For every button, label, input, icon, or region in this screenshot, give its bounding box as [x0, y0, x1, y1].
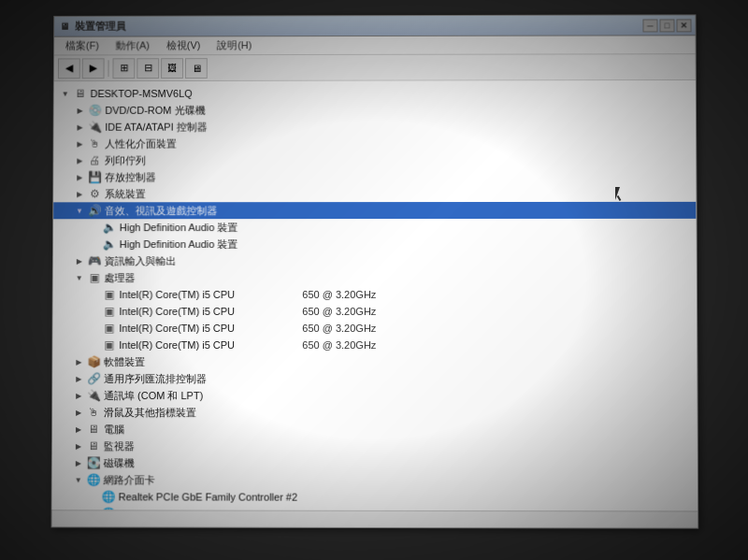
- expand-placeholder: [86, 489, 101, 504]
- expand-icon[interactable]: ▼: [58, 86, 73, 101]
- node-icon-netcard: 🌐: [86, 472, 101, 487]
- node-label-storage: 存放控制器: [105, 170, 156, 184]
- expand-placeholder: [87, 220, 102, 235]
- menu-action[interactable]: 動作(A): [108, 36, 157, 54]
- tree-node-cpu3[interactable]: ▣Intel(R) Core(TM) i5 CPU 650 @ 3.20GHz: [53, 320, 698, 337]
- expand-icon[interactable]: ▶: [71, 422, 86, 437]
- node-icon-serial: 🔗: [86, 371, 101, 386]
- expand-icon[interactable]: ▼: [72, 203, 87, 218]
- tree-node-com[interactable]: ▶🔌通訊埠 (COM 和 LPT): [52, 387, 697, 405]
- tree-node-software[interactable]: ▶📦軟體裝置: [52, 353, 697, 370]
- tree-node-serial[interactable]: ▶🔗通用序列匯流排控制器: [52, 370, 697, 388]
- node-label-netcard: 網路介面卡: [104, 473, 155, 487]
- tree-node-root[interactable]: ▼🖥DESKTOP-MSMV6LQ: [54, 84, 696, 102]
- node-label-cpu2: Intel(R) Core(TM) i5 CPU: [119, 306, 235, 317]
- device-tree[interactable]: ▼🖥DESKTOP-MSMV6LQ▶💿DVD/CD-ROM 光碟機▶🔌IDE A…: [52, 80, 698, 510]
- node-label-monitor: 監視器: [104, 439, 135, 453]
- node-label-cpu4: Intel(R) Core(TM) i5 CPU: [119, 339, 235, 351]
- node-icon-proc: ▣: [87, 270, 102, 285]
- node-label-ide: IDE ATA/ATAPI 控制器: [105, 120, 207, 134]
- expand-icon[interactable]: ▶: [72, 253, 87, 268]
- tree-node-audio-ctrl[interactable]: ▼🔊音效、視訊及遊戲控制器: [53, 202, 696, 219]
- tree-node-ide[interactable]: ▶🔌IDE ATA/ATAPI 控制器: [54, 118, 696, 136]
- toolbar: ◀ ▶ ⊞ ⊟ 🖼 🖥: [54, 54, 696, 81]
- expand-placeholder: [86, 321, 101, 336]
- node-icon-dvd: 💿: [87, 103, 102, 118]
- close-button[interactable]: ✕: [676, 19, 691, 32]
- tree-node-computer[interactable]: ▶🖥電腦: [52, 421, 698, 438]
- node-icon-print: 🖨: [87, 153, 102, 168]
- node-label-proc: 處理器: [105, 271, 136, 285]
- expand-icon[interactable]: ▶: [72, 120, 87, 135]
- node-icon-cpu3: ▣: [101, 321, 116, 336]
- expand-icon[interactable]: ▶: [71, 371, 86, 386]
- expand-icon[interactable]: ▶: [71, 455, 86, 470]
- tree-node-hda1[interactable]: 🔈High Definition Audio 裝置: [53, 219, 697, 236]
- properties-button[interactable]: ⊞: [112, 58, 135, 79]
- node-value-cpu1: 650 @ 3.20GHz: [291, 289, 376, 300]
- tree-node-hid[interactable]: ▶🖱人性化介面裝置: [54, 135, 697, 152]
- status-bar: [52, 510, 698, 527]
- tree-node-disk[interactable]: ▶💽磁碟機: [52, 454, 698, 472]
- tree-node-input[interactable]: ▶🎮資訊輸入與輸出: [53, 252, 697, 269]
- expand-icon[interactable]: ▶: [71, 354, 86, 369]
- tree-node-hda2[interactable]: 🔈High Definition Audio 裝置: [53, 236, 697, 252]
- node-label-mouse: 滑鼠及其他指標裝置: [104, 406, 196, 420]
- expand-icon[interactable]: ▶: [73, 103, 88, 118]
- expand-icon[interactable]: ▶: [71, 388, 86, 403]
- window-icon: 🖥: [58, 20, 71, 33]
- node-label-software: 軟體裝置: [104, 354, 145, 368]
- tree-node-cpu2[interactable]: ▣Intel(R) Core(TM) i5 CPU 650 @ 3.20GHz: [53, 303, 697, 320]
- expand-icon[interactable]: ▶: [71, 405, 86, 420]
- tree-node-dvd[interactable]: ▶💿DVD/CD-ROM 光碟機: [54, 101, 696, 119]
- expand-icon[interactable]: ▶: [71, 438, 86, 453]
- maximize-button[interactable]: □: [659, 19, 674, 32]
- expand-placeholder: [86, 304, 101, 319]
- forward-button[interactable]: ▶: [82, 58, 105, 79]
- menu-help[interactable]: 說明(H): [209, 36, 259, 54]
- window-title: 裝置管理員: [75, 20, 126, 34]
- tree-node-cpu1[interactable]: ▣Intel(R) Core(TM) i5 CPU 650 @ 3.20GHz: [53, 286, 697, 303]
- expand-icon[interactable]: ▼: [71, 472, 86, 487]
- back-button[interactable]: ◀: [58, 58, 80, 79]
- expand-icon[interactable]: ▶: [72, 153, 87, 168]
- update-button[interactable]: ⊟: [137, 58, 159, 79]
- tree-node-system[interactable]: ▶⚙系統裝置: [53, 185, 696, 202]
- node-icon-disk: 💽: [86, 455, 101, 470]
- node-icon-cpu2: ▣: [101, 304, 116, 319]
- expand-icon[interactable]: ▼: [72, 270, 87, 285]
- node-label-computer: 電腦: [104, 423, 124, 437]
- node-icon-system: ⚙: [87, 186, 102, 201]
- minimize-button[interactable]: ─: [642, 19, 657, 32]
- node-icon-root: 🖥: [73, 86, 88, 101]
- menu-file[interactable]: 檔案(F): [58, 37, 107, 55]
- scan-button[interactable]: 🖼: [161, 58, 183, 79]
- tree-node-realtek[interactable]: 🌐Realtek PCIe GbE Family Controller #2: [52, 488, 698, 506]
- tree-node-mouse[interactable]: ▶🖱滑鼠及其他指標裝置: [52, 404, 698, 422]
- tree-node-proc[interactable]: ▼▣處理器: [53, 269, 697, 286]
- node-value-cpu4: 650 @ 3.20GHz: [291, 339, 376, 351]
- node-label-print: 列印佇列: [105, 153, 146, 167]
- tree-node-print[interactable]: ▶🖨列印佇列: [53, 151, 696, 169]
- expand-icon[interactable]: ▶: [72, 136, 87, 151]
- device-manager-window: 🖥 裝置管理員 ─ □ ✕ 檔案(F) 動作(A) 檢視(V) 說明(H) ◀ …: [51, 14, 699, 528]
- node-icon-ide: 🔌: [87, 120, 102, 135]
- device-button[interactable]: 🖥: [185, 58, 208, 79]
- menu-view[interactable]: 檢視(V): [159, 36, 208, 54]
- tree-node-monitor[interactable]: ▶🖥監視器: [52, 438, 698, 455]
- node-label-system: 系統裝置: [105, 187, 146, 201]
- node-icon-realtek: 🌐: [101, 489, 116, 504]
- title-buttons: ─ □ ✕: [642, 19, 691, 32]
- node-icon-computer: 🖥: [86, 422, 101, 437]
- node-icon-com: 🔌: [86, 388, 101, 403]
- expand-icon[interactable]: ▶: [72, 186, 87, 201]
- tree-node-storage[interactable]: ▶💾存放控制器: [53, 168, 696, 186]
- expand-icon[interactable]: ▶: [72, 170, 87, 185]
- tree-node-cpu4[interactable]: ▣Intel(R) Core(TM) i5 CPU 650 @ 3.20GHz: [52, 337, 697, 353]
- node-icon-hda1: 🔈: [102, 220, 117, 235]
- expand-placeholder: [87, 237, 102, 251]
- tree-node-netcard[interactable]: ▼🌐網路介面卡: [52, 471, 698, 489]
- menu-bar: 檔案(F) 動作(A) 檢視(V) 說明(H): [54, 36, 696, 55]
- node-icon-hda2: 🔈: [102, 237, 117, 251]
- node-icon-software: 📦: [86, 354, 101, 369]
